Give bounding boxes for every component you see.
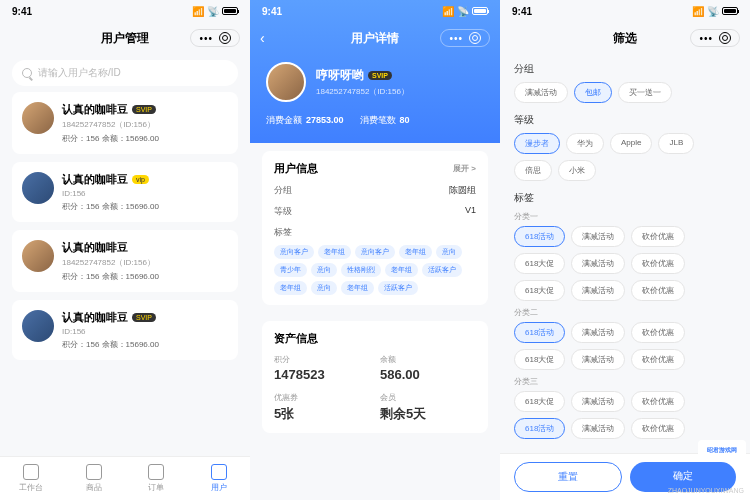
filter-chip[interactable]: 砍价优惠 xyxy=(631,226,685,247)
filter-chip[interactable]: 618大促 xyxy=(514,253,565,274)
back-button[interactable]: ‹ xyxy=(260,30,265,46)
profile-name: 哼呀呀哟 xyxy=(316,67,364,84)
screen-filter: 9:41 📶 📡 筛选 ••• 分组 满减活动包邮买一送一 等级 漫步者华为Ap… xyxy=(500,0,750,500)
tag-chip[interactable]: 青少年 xyxy=(274,263,307,277)
filter-chip[interactable]: 包邮 xyxy=(574,82,612,103)
filter-chip[interactable]: 满减活动 xyxy=(571,322,625,343)
reset-button[interactable]: 重置 xyxy=(514,462,622,492)
filter-chip[interactable]: 买一送一 xyxy=(618,82,672,103)
tag-chip[interactable]: 意向 xyxy=(436,245,462,259)
tag-row: 618大促满减活动砍价优惠 xyxy=(514,253,736,274)
filter-chip[interactable]: 满减活动 xyxy=(571,391,625,412)
filter-chip[interactable]: 华为 xyxy=(566,133,604,154)
filter-chip[interactable]: JLB xyxy=(658,133,694,154)
search-placeholder: 请输入用户名称/ID xyxy=(38,66,121,80)
tag-chip[interactable]: 老年组 xyxy=(274,281,307,295)
dots-icon: ••• xyxy=(199,33,213,44)
user-card[interactable]: 认真的咖啡豆SVIP 184252747852（ID:156） 积分：156 余… xyxy=(12,92,238,154)
tag-chip[interactable]: 老年组 xyxy=(318,245,351,259)
vip-badge: SVIP xyxy=(132,313,156,322)
filter-chip[interactable]: 满减活动 xyxy=(571,349,625,370)
target-icon xyxy=(469,32,481,44)
points-value: 1478523 xyxy=(274,367,370,382)
user-card[interactable]: 认真的咖啡豆SVIP ID:156 积分：156 余额：15696.00 xyxy=(12,300,238,360)
tag-chip[interactable]: 意向 xyxy=(311,281,337,295)
wifi-icon: 📡 xyxy=(707,6,719,17)
menu-pill[interactable]: ••• xyxy=(190,29,240,47)
user-name: 认真的咖啡豆 xyxy=(62,172,128,187)
filter-chip[interactable]: 砍价优惠 xyxy=(631,322,685,343)
tag-chip[interactable]: 老年组 xyxy=(341,281,374,295)
filter-chip[interactable]: 砍价优惠 xyxy=(631,391,685,412)
nav-bar: 用户管理 ••• xyxy=(0,22,250,54)
filter-chip[interactable]: 砍价优惠 xyxy=(631,418,685,439)
signal-icon: 📶 xyxy=(192,6,204,17)
menu-pill[interactable]: ••• xyxy=(690,29,740,47)
tag-row: 618大促满减活动砍价优惠 xyxy=(514,391,736,412)
filter-chip[interactable]: 满减活动 xyxy=(571,280,625,301)
tag-chip[interactable]: 老年组 xyxy=(385,263,418,277)
tab-products[interactable]: 商品 xyxy=(63,457,126,500)
tag-chip[interactable]: 意向 xyxy=(311,263,337,277)
filter-chip[interactable]: 满减活动 xyxy=(571,226,625,247)
status-icons: 📶 📡 xyxy=(692,6,738,17)
tag-chip[interactable]: 性格刚烈 xyxy=(341,263,381,277)
tag-chip[interactable]: 意向客户 xyxy=(355,245,395,259)
filter-chip[interactable]: 砍价优惠 xyxy=(631,280,685,301)
filter-chip[interactable]: 满减活动 xyxy=(571,253,625,274)
tag-chip[interactable]: 老年组 xyxy=(399,245,432,259)
profile: 哼呀呀哟SVIP 184252747852（ID:156） xyxy=(250,54,500,110)
filter-chip[interactable]: 618活动 xyxy=(514,226,565,247)
dots-icon: ••• xyxy=(699,33,713,44)
filter-chip[interactable]: 618大促 xyxy=(514,391,565,412)
tag-chip[interactable]: 活跃客户 xyxy=(422,263,462,277)
vip-badge: SVIP xyxy=(132,105,156,114)
dots-icon: ••• xyxy=(449,33,463,44)
user-card[interactable]: 认真的咖啡豆vip ID:156 积分：156 余额：15696.00 xyxy=(12,162,238,222)
tab-workbench[interactable]: 工作台 xyxy=(0,457,63,500)
coupon-value: 5张 xyxy=(274,405,370,423)
expand-button[interactable]: 展开 > xyxy=(453,163,476,174)
asset-grid: 积分1478523 余额586.00 优惠券5张 会员剩余5天 xyxy=(274,354,476,423)
search-input[interactable]: 请输入用户名称/ID xyxy=(12,60,238,86)
filter-chip[interactable]: 小米 xyxy=(558,160,596,181)
menu-pill[interactable]: ••• xyxy=(440,29,490,47)
filter-chip[interactable]: 618活动 xyxy=(514,418,565,439)
filter-chip[interactable]: 漫步者 xyxy=(514,133,560,154)
filter-chip[interactable]: 满减活动 xyxy=(514,82,568,103)
tag-row: 618活动满减活动砍价优惠 xyxy=(514,226,736,247)
level-value: V1 xyxy=(465,205,476,218)
filter-chip[interactable]: 618大促 xyxy=(514,349,565,370)
user-name: 认真的咖啡豆 xyxy=(62,240,128,255)
wifi-icon: 📡 xyxy=(207,6,219,17)
logo-badge: 昭君游戏网 xyxy=(698,440,746,460)
tag-chip[interactable]: 活跃客户 xyxy=(378,281,418,295)
user-meta: 184252747852（ID:156） xyxy=(62,257,228,268)
user-meta: 184252747852（ID:156） xyxy=(62,119,228,130)
filter-chip[interactable]: 满减活动 xyxy=(571,418,625,439)
watermark: ZHAOJUNYOUXIWANG xyxy=(668,487,744,494)
filter-chip[interactable]: 砍价优惠 xyxy=(631,349,685,370)
filter-chip[interactable]: 砍价优惠 xyxy=(631,253,685,274)
profile-info: 哼呀呀哟SVIP 184252747852（ID:156） xyxy=(316,67,409,97)
header: 9:41 📶 📡 ‹ 用户详情 ••• 哼呀呀哟SVIP 18425274785… xyxy=(250,0,500,143)
filter-chip[interactable]: Apple xyxy=(610,133,652,154)
wifi-icon: 📡 xyxy=(457,6,469,17)
tag-chip[interactable]: 意向客户 xyxy=(274,245,314,259)
tab-bar: 工作台 商品 订单 用户 xyxy=(0,456,250,500)
group-label: 分组 xyxy=(514,62,736,76)
avatar xyxy=(22,172,54,204)
user-stats: 积分：156 余额：15696.00 xyxy=(62,271,228,282)
user-info-card: 用户信息展开 > 分组陈圆组 等级V1 标签 意向客户老年组意向客户老年组意向青… xyxy=(262,151,488,305)
stat-amount: 27853.00 xyxy=(306,115,344,125)
filter-chip[interactable]: 倍思 xyxy=(514,160,552,181)
user-card[interactable]: 认真的咖啡豆 184252747852（ID:156） 积分：156 余额：15… xyxy=(12,230,238,292)
avatar xyxy=(22,310,54,342)
tab-users[interactable]: 用户 xyxy=(188,457,251,500)
screen-user-detail: 9:41 📶 📡 ‹ 用户详情 ••• 哼呀呀哟SVIP 18425274785… xyxy=(250,0,500,500)
user-stats: 积分：156 余额：15696.00 xyxy=(62,201,228,212)
tab-orders[interactable]: 订单 xyxy=(125,457,188,500)
user-name: 认真的咖啡豆 xyxy=(62,310,128,325)
filter-chip[interactable]: 618大促 xyxy=(514,280,565,301)
filter-chip[interactable]: 618活动 xyxy=(514,322,565,343)
